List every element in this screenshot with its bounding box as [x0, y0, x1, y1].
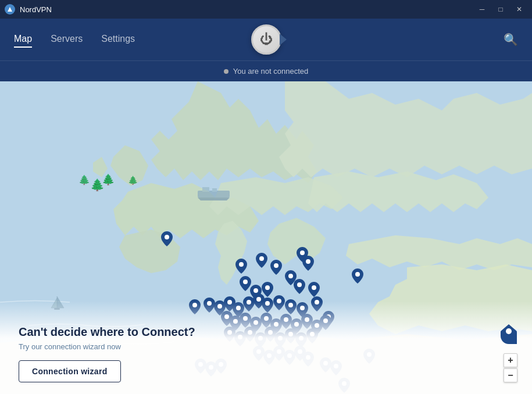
map-location-pin[interactable] — [256, 253, 267, 268]
svg-point-42 — [284, 317, 288, 322]
svg-point-18 — [253, 288, 258, 293]
tab-map[interactable]: Map — [14, 31, 32, 48]
svg-point-59 — [219, 362, 223, 367]
map-location-pin[interactable] — [302, 256, 314, 271]
map-location-pin[interactable] — [285, 299, 297, 314]
map-location-pin[interactable] — [285, 328, 297, 343]
svg-point-40 — [264, 316, 269, 321]
svg-point-53 — [288, 332, 293, 336]
svg-point-43 — [294, 322, 299, 327]
map-location-pin[interactable] — [224, 327, 235, 342]
cta-title: Can't decide where to Connect? — [19, 325, 195, 339]
connection-status-text: You are not connected — [233, 67, 309, 76]
svg-point-23 — [192, 303, 197, 307]
map-location-pin[interactable] — [338, 378, 350, 393]
svg-point-11 — [239, 262, 244, 267]
map-location-pin[interactable] — [273, 346, 285, 361]
tab-servers[interactable]: Servers — [51, 31, 83, 48]
minimize-button[interactable]: ─ — [474, 2, 490, 16]
map-location-pin[interactable] — [203, 298, 215, 313]
svg-point-24 — [207, 301, 212, 306]
maximize-button[interactable]: □ — [492, 2, 509, 16]
svg-point-56 — [367, 352, 372, 357]
map-location-pin[interactable] — [306, 328, 318, 343]
svg-point-47 — [227, 330, 232, 335]
svg-point-27 — [236, 306, 241, 310]
map-location-pin[interactable] — [240, 276, 251, 291]
map-location-pin[interactable] — [189, 299, 201, 314]
svg-point-51 — [268, 330, 273, 335]
zoom-out-button[interactable]: − — [504, 368, 517, 382]
svg-point-52 — [278, 336, 283, 341]
svg-rect-8 — [202, 187, 209, 192]
svg-point-68 — [342, 381, 347, 386]
svg-point-22 — [312, 285, 316, 290]
svg-point-50 — [258, 336, 263, 341]
map-location-pin[interactable] — [215, 359, 227, 374]
cta-subtitle: Try our connection wizard now — [19, 342, 195, 351]
map-location-pin[interactable] — [308, 282, 320, 297]
svg-point-66 — [323, 361, 328, 366]
zoom-in-button[interactable]: + — [504, 353, 517, 367]
svg-point-20 — [288, 274, 293, 278]
svg-point-65 — [306, 355, 310, 360]
svg-point-15 — [306, 259, 310, 264]
map-location-pin[interactable] — [320, 357, 331, 372]
app-title: NordVPN — [20, 5, 52, 14]
svg-point-61 — [267, 353, 272, 358]
power-button[interactable]: ⏻ — [251, 24, 281, 55]
svg-point-19 — [265, 285, 270, 290]
svg-point-45 — [315, 323, 319, 328]
map-location-pin[interactable] — [273, 295, 285, 310]
map-location-pin[interactable] — [311, 296, 323, 311]
connection-wizard-button[interactable]: Connection wizard — [19, 360, 121, 382]
svg-point-57 — [198, 362, 203, 367]
svg-point-64 — [298, 349, 302, 354]
svg-point-28 — [247, 300, 251, 305]
map-location-pin[interactable] — [320, 315, 331, 330]
map-location-pin[interactable] — [244, 327, 256, 342]
svg-point-63 — [287, 353, 292, 358]
power-icon: ⏻ — [260, 33, 273, 46]
map-location-pin[interactable] — [240, 313, 251, 328]
map-location-pin[interactable] — [235, 259, 247, 274]
svg-point-14 — [300, 250, 305, 255]
map-location-pin[interactable] — [302, 352, 314, 367]
search-button[interactable]: 🔍 — [504, 33, 518, 46]
map-location-pin[interactable] — [352, 268, 363, 284]
svg-point-36 — [224, 314, 229, 319]
map-location-pin[interactable] — [161, 231, 173, 246]
svg-point-26 — [227, 300, 232, 305]
zoom-controls: + − — [501, 324, 520, 382]
map-location-pin[interactable] — [195, 359, 206, 374]
titlebar: NordVPN ─ □ ✕ — [0, 0, 532, 19]
svg-point-16 — [355, 272, 360, 277]
map-location-pin[interactable] — [262, 298, 273, 313]
svg-point-55 — [310, 332, 315, 336]
svg-point-30 — [265, 301, 270, 306]
status-bar: You are not connected — [0, 60, 532, 81]
svg-point-17 — [243, 280, 248, 284]
map-location-pin[interactable] — [284, 350, 295, 365]
map-location-pin[interactable] — [330, 360, 342, 375]
nordvpn-logo — [5, 4, 15, 15]
svg-point-32 — [288, 303, 293, 307]
map-location-pin[interactable] — [270, 260, 282, 275]
map-location-pin[interactable] — [363, 349, 375, 364]
cta-box: Can't decide where to Connect? Try our c… — [19, 325, 195, 382]
svg-rect-9 — [212, 188, 217, 192]
map-area[interactable]: 🌲 🌲 🌲 🌲 — [0, 81, 532, 394]
map-pin-dot — [506, 328, 512, 334]
svg-text:🌲: 🌲 — [78, 174, 90, 185]
svg-point-33 — [300, 306, 305, 310]
map-location-pin[interactable] — [253, 346, 265, 361]
map-location-pin[interactable] — [294, 279, 305, 294]
svg-point-13 — [274, 263, 279, 268]
svg-point-38 — [243, 316, 248, 321]
map-location-pin[interactable] — [280, 314, 292, 329]
tab-settings[interactable]: Settings — [101, 31, 135, 48]
svg-point-25 — [217, 304, 222, 309]
close-button[interactable]: ✕ — [511, 2, 527, 16]
nav-tabs: Map Servers Settings — [14, 31, 135, 48]
connection-status-dot — [224, 69, 228, 74]
